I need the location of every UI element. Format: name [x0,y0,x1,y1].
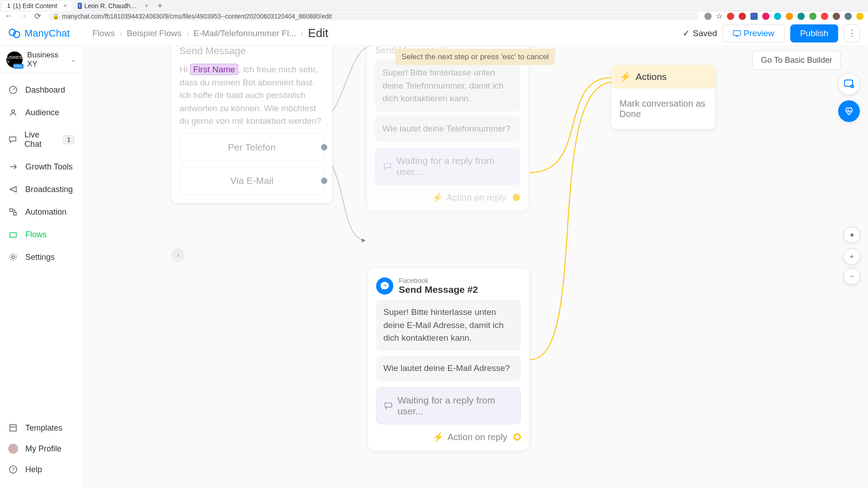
sidebar-item-profile[interactable]: My Profile [0,438,83,459]
saved-indicator: ✓ Saved [683,28,717,38]
help-fab[interactable] [838,100,860,122]
back-button[interactable]: ← [5,12,13,20]
automation-icon [8,207,18,217]
check-icon: ✓ [683,28,690,38]
browser-tab-active[interactable]: 1 (1) Edit Content × [2,1,72,11]
preview-button[interactable]: Preview [722,24,785,42]
collapse-button[interactable]: › [171,249,185,262]
flow-canvas[interactable]: Go To Basic Builder + ✦ + − Select the n… [83,46,868,488]
sidebar-footer: Templates My Profile ? Help [0,414,83,488]
auto-arrange-button[interactable]: ✦ [844,227,860,243]
url-bar[interactable]: 🔒 manychat.com/fb181039443240830/9/cms/f… [48,12,698,20]
header-actions: ✓ Saved Preview Publish ⋮ [683,24,860,42]
app-body: BUSINESS XY PRO Business XY ⌄ Dashboard … [0,46,868,488]
logo[interactable]: ManyChat [8,27,70,40]
sidebar-item-growth[interactable]: Growth Tools [0,155,83,178]
sidebar-item-help[interactable]: ? Help [0,459,83,480]
forward-button[interactable]: → [19,12,27,20]
close-icon[interactable]: × [145,3,148,9]
message-bubble[interactable]: Wie lautet deine Telefonnummer? [375,116,520,142]
breadcrumb: Flows › Beispiel Flows › E-Mail/Telefonn… [92,26,328,40]
user-input-block[interactable]: Waiting for a reply from user... [376,387,521,424]
action-on-reply[interactable]: ⚡ Action on reply [376,432,521,442]
action-item[interactable]: Mark conversation as Done [611,89,715,129]
url-text: manychat.com/fb181039443240830/9/cms/fil… [62,13,332,20]
close-icon[interactable]: × [64,3,67,9]
action-on-reply[interactable]: ⚡ Action on reply [375,192,520,203]
connector-dot[interactable] [513,194,520,201]
star-icon[interactable]: ☆ [716,12,722,20]
tab-title: (1) Edit Content [13,2,57,9]
connector-dot[interactable] [514,433,521,441]
ext-icon[interactable] [856,13,863,20]
ext-icon[interactable] [821,13,828,20]
lock-icon: 🔒 [52,13,59,19]
zoom-in-button[interactable]: + [844,249,860,265]
ext-icon[interactable] [739,13,746,20]
sidebar-item-audience[interactable]: Audience [0,101,83,124]
workspace-name: Business XY [27,51,66,69]
message-text: Wie lautet deine Telefonnummer? [382,124,510,133]
add-message-fab[interactable]: + [838,73,860,95]
action-label: Action on reply [448,432,507,442]
reload-button[interactable]: ⟳ [33,12,42,20]
ext-icon[interactable] [786,13,793,20]
connector-dot[interactable] [321,144,327,150]
help-icon: ? [8,465,18,474]
broadcast-icon [8,184,18,194]
ext-icon[interactable] [774,13,781,20]
sidebar-item-automation[interactable]: Automation [0,201,83,223]
ext-icon[interactable] [809,13,816,20]
sidebar-item-templates[interactable]: Templates [0,418,83,438]
workspace-selector[interactable]: BUSINESS XY PRO Business XY ⌄ [0,46,83,73]
variable-chip[interactable]: First Name [190,64,238,75]
sidebar-item-settings[interactable]: Settings [0,246,83,268]
message-bubble[interactable]: Super! Bitte hinterlasse unten deine Tel… [375,60,520,112]
connector-dot[interactable] [321,178,327,184]
crumb-flow[interactable]: E-Mail/Telefonnummer Fl... [193,28,296,38]
sidebar-item-flows[interactable]: Flows [0,223,83,246]
quick-reply-email[interactable]: Via E-Mail [179,167,324,195]
audience-icon [8,108,18,117]
action-label: Action on reply [447,192,506,203]
crumb-folder[interactable]: Beispiel Flows [127,28,181,38]
ext-icon[interactable] [750,13,758,20]
browser-tab[interactable]: f Leon R. Chaudhari | Facebook × [72,1,154,11]
zoom-out-button[interactable]: − [844,268,860,285]
waiting-text: Waiting for a reply from user... [396,155,512,177]
node-send-message[interactable]: Send Message Hi First Name, ich freue mi… [171,46,332,203]
message-bubble[interactable]: Wie lautet deine E-Mail Adresse? [376,356,521,381]
basic-builder-button[interactable]: Go To Basic Builder [752,51,841,70]
ext-icon[interactable] [833,13,840,20]
publish-button[interactable]: Publish [790,24,838,42]
message-text: Wie lautet deine E-Mail Adresse? [383,363,510,373]
node-actions[interactable]: ⚡ Actions Mark conversation as Done [611,65,715,129]
ext-icon[interactable] [844,13,852,20]
sidebar-item-broadcasting[interactable]: Broadcasting [0,178,83,201]
sidebar-item-livechat[interactable]: Live Chat 1 [0,124,83,155]
quick-reply-label: Per Telefon [228,142,276,152]
more-button[interactable]: ⋮ [844,24,860,42]
ext-icon[interactable] [797,13,805,20]
waiting-text: Waiting for a reply from user... [397,395,513,417]
node-send-message-1[interactable]: Send Message #1 Super! Bitte hinterlasse… [367,46,528,211]
chevron-right-icon: › [177,251,179,259]
ext-icon[interactable] [727,13,734,20]
sidebar-item-label: Settings [25,253,55,262]
crumb-flows[interactable]: Flows [92,28,115,38]
node-send-message-2[interactable]: Facebook Send Message #2 Super! Bitte hi… [368,268,529,450]
nav-bar: ← → ⟳ 🔒 manychat.com/fb181039443240830/9… [0,11,868,21]
user-input-block[interactable]: Waiting for a reply from user... [375,148,520,185]
nav-list: Dashboard Audience Live Chat 1 Growth To… [0,73,83,274]
quick-reply-phone[interactable]: Per Telefon [179,133,324,161]
new-tab-button[interactable]: + [154,1,166,11]
sidebar-item-label: Audience [25,108,59,117]
message-bubble[interactable]: Super! Bitte hinterlasse unten deine E-M… [376,300,521,351]
node-header-text: Facebook Send Message #2 [399,277,478,295]
ext-icon[interactable] [762,13,769,20]
sidebar-item-dashboard[interactable]: Dashboard [0,79,83,101]
ext-icon[interactable] [704,13,712,20]
node-title: Send Message [179,46,324,57]
chat-icon [8,135,17,145]
plus-icon: + [849,253,854,261]
